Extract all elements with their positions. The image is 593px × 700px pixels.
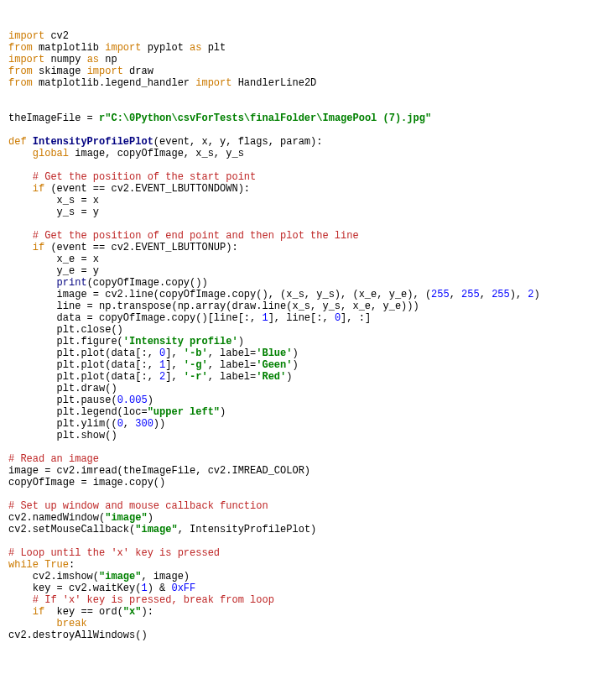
code-block: import cv2 from matplotlib import pyplot… — [8, 30, 585, 641]
number: 255 — [431, 289, 450, 300]
indent — [8, 277, 57, 289]
code-text: , — [123, 418, 135, 430]
string-literal: '-r' — [184, 371, 208, 383]
code-text: draw — [123, 65, 153, 77]
kw-as: as — [87, 54, 99, 65]
kw-import: import — [87, 65, 123, 77]
code-text: ) & — [148, 582, 172, 594]
code-text: image = cv2.imread(theImageFile, cv2.IMR… — [8, 465, 310, 477]
code-text: (event == cv2.EVENT_LBUTTONDOWN): — [44, 183, 250, 195]
string-literal: 'Red' — [256, 371, 286, 383]
number: 1 — [141, 582, 147, 594]
code-text: , label= — [208, 371, 257, 383]
kw-as: as — [190, 42, 201, 54]
code-text: cv2.destroyAllWindows() — [8, 629, 148, 641]
kw-while: while — [8, 559, 44, 571]
indent — [8, 183, 33, 195]
code-text: cv2.namedWindow( — [8, 512, 105, 524]
code-text: image, copyOfImage, x_s, y_s — [69, 148, 244, 159]
code-text: ) — [534, 289, 540, 300]
code-text: plt.figure( — [8, 336, 123, 347]
kw-if: if — [33, 242, 44, 253]
string-literal: '-g' — [184, 359, 208, 371]
indent — [8, 242, 33, 253]
code-text: plt.plot(data[:, — [8, 359, 159, 371]
kw-import: import — [8, 30, 44, 42]
code-text: ], line[:, — [268, 312, 335, 324]
number: 300 — [135, 418, 153, 430]
code-text: ) — [148, 394, 153, 406]
code-text: plt.plot(data[:, — [8, 347, 159, 359]
code-text: , label= — [208, 359, 257, 371]
code-text: , label= — [208, 347, 257, 359]
code-text: ): — [141, 606, 153, 618]
string-literal: '-b' — [184, 347, 208, 359]
code-text: ) — [286, 371, 292, 383]
code-text: np — [99, 54, 117, 65]
code-text: : — [69, 559, 75, 571]
comment: # Get the position of end point and then… — [8, 230, 359, 242]
code-text: , image) — [141, 571, 190, 582]
code-text: cv2 — [44, 30, 69, 42]
string-literal: "upper left" — [148, 406, 220, 418]
string-literal: 'Geen' — [256, 359, 292, 371]
string-literal: 'Intensity profile' — [123, 336, 238, 347]
code-text: plt.show() — [8, 430, 117, 441]
number: 255 — [492, 289, 510, 300]
number: 0 — [335, 312, 341, 324]
code-text: ) — [292, 347, 298, 359]
number: 255 — [461, 289, 480, 300]
code-text: x_e = x — [8, 253, 99, 265]
builtin-print: print — [57, 277, 87, 289]
code-text: y_e = y — [8, 265, 99, 277]
string-literal: "image" — [105, 512, 147, 524]
kw-true: True — [44, 559, 69, 571]
indent — [8, 618, 57, 629]
string-literal: "image" — [99, 571, 141, 582]
code-text: pyplot — [141, 42, 190, 54]
code-text: line = np.transpose(np.array(draw.line(x… — [8, 300, 419, 312]
code-text: skimage — [33, 65, 87, 77]
code-text: ], — [165, 371, 184, 383]
code-text: ) — [292, 359, 298, 371]
indent — [8, 148, 33, 159]
code-text: cv2.imshow( — [8, 571, 99, 582]
code-text: plt.draw() — [8, 383, 117, 394]
code-text: matplotlib — [33, 42, 105, 54]
code-text: ], — [165, 347, 184, 359]
code-text: HandlerLine2D — [231, 77, 316, 89]
code-text: ), — [510, 289, 528, 300]
kw-from: from — [8, 42, 33, 54]
code-text: )) — [153, 418, 165, 430]
code-text: cv2.setMouseCallback( — [8, 524, 135, 535]
code-text: x_s = x — [8, 195, 99, 206]
comment: # Set up window and mouse callback funct… — [8, 500, 268, 512]
number: 2 — [528, 289, 533, 300]
kw-import: import — [8, 54, 44, 65]
code-text: , — [450, 289, 461, 300]
comment: # Get the position of the start point — [8, 171, 256, 183]
code-text: ) — [148, 512, 153, 524]
code-text: plt.close() — [8, 324, 123, 336]
code-text: matplotlib.legend_handler — [33, 77, 195, 89]
kw-break: break — [57, 618, 87, 629]
code-text: plt — [201, 42, 226, 54]
code-text: image = cv2.line(copyOfImage.copy(), (x_… — [8, 289, 431, 300]
string-literal: 'Blue' — [256, 347, 292, 359]
kw-from: from — [8, 65, 33, 77]
code-text: y_s = y — [8, 206, 99, 218]
code-text: ], — [165, 359, 184, 371]
code-text: ) — [220, 406, 226, 418]
string-literal: "x" — [123, 606, 142, 618]
code-text: key = cv2.waitKey( — [8, 582, 141, 594]
code-text: key == ord( — [44, 606, 123, 618]
kw-def: def — [8, 136, 33, 148]
comment: # Loop until the 'x' key is pressed — [8, 547, 220, 559]
number: 0xFF — [171, 582, 195, 594]
code-text: plt.pause( — [8, 394, 117, 406]
string-literal: r"C:\0Python\csvForTests\finalFolder\Ima… — [99, 112, 431, 124]
code-text: ) — [238, 336, 244, 347]
comment: # If 'x' key is pressed, break from loop — [8, 594, 274, 606]
code-text: (event, x, y, flags, param): — [153, 136, 323, 148]
code-text: (copyOfImage.copy()) — [87, 277, 208, 289]
